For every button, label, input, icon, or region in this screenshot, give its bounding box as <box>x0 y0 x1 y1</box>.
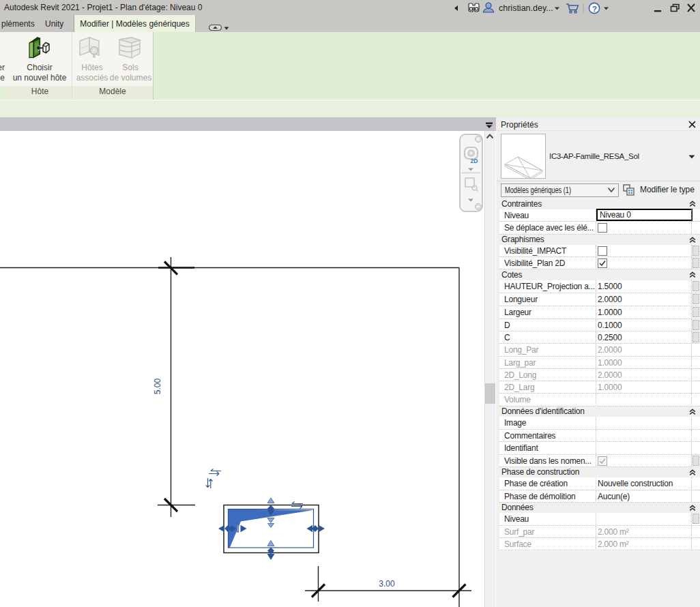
svg-text:?: ? <box>592 5 597 13</box>
svg-text:2D: 2D <box>471 158 478 164</box>
svg-text:5.00: 5.00 <box>153 378 162 394</box>
svg-text:christian.dey...: christian.dey... <box>499 3 553 13</box>
svg-text:3.00: 3.00 <box>379 579 395 589</box>
